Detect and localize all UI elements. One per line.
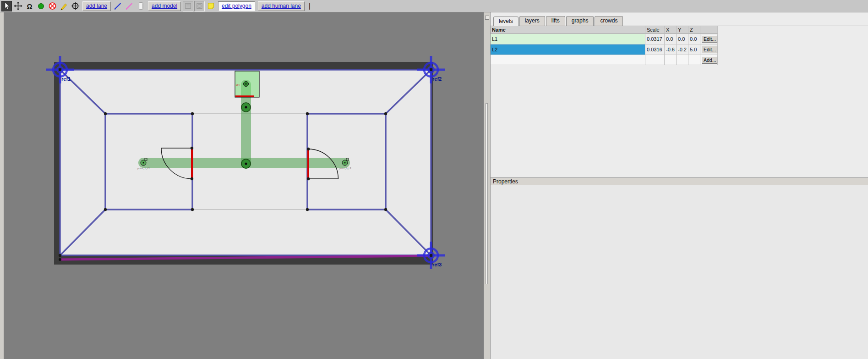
column-header-name[interactable]: Name [491, 26, 645, 34]
add-level-button[interactable]: Add... [702, 56, 717, 64]
ref3-label: ref3 [432, 262, 442, 267]
level-row-x[interactable]: -0.6 [665, 44, 677, 55]
ref2-label: ref2 [432, 76, 442, 82]
tab-bar: levels layers lifts graphs crowds [491, 12, 868, 26]
level-row-x[interactable]: 0.0 [665, 34, 677, 44]
empty-cell [677, 55, 688, 65]
level-row-z[interactable]: 0.0 [688, 34, 700, 44]
green-dot-icon [38, 3, 44, 9]
splitter-grip-icon[interactable] [485, 16, 489, 20]
edit-polygon-button[interactable]: edit polygon [218, 1, 255, 11]
column-header-y[interactable]: Y [677, 26, 688, 34]
measurement-pen-tool-button[interactable] [124, 1, 135, 11]
disabled-tool-a-button[interactable] [183, 1, 193, 11]
level-row-z[interactable]: 5.0 [688, 44, 700, 55]
empty-cell [688, 55, 700, 65]
level-row-name[interactable]: L1 [491, 34, 645, 44]
yellow-pencil-icon [59, 1, 69, 11]
floor-polygon-tool-button[interactable] [136, 1, 146, 11]
column-header-actions [700, 26, 718, 34]
traffic-editor-window: Ω add lane [0, 0, 868, 359]
add-model-button[interactable]: add model [148, 1, 181, 11]
splitter-handle[interactable] [486, 103, 488, 284]
tab-crowds[interactable]: crowds [595, 16, 623, 26]
toolbar: Ω add lane [0, 0, 868, 12]
crosshair-icon [71, 1, 80, 11]
empty-cell [665, 55, 677, 65]
disabled-page-icon [183, 1, 193, 11]
level-row-name[interactable]: L2 [491, 44, 645, 55]
edit-level-button[interactable]: Edit... [702, 35, 717, 43]
map-canvas[interactable]: point_1_L2 point_0_L2 lift1 [0, 12, 484, 359]
tab-lifts[interactable]: lifts [546, 16, 565, 26]
tab-layers[interactable]: layers [519, 16, 545, 26]
level-row-y[interactable]: 0.0 [677, 34, 688, 44]
side-panel: levels layers lifts graphs crowds Name S… [490, 12, 868, 359]
blue-pen-icon [113, 1, 123, 11]
note-tool-button[interactable] [206, 1, 216, 11]
edit-level-button[interactable]: Edit... [702, 46, 717, 53]
empty-cell [645, 55, 665, 65]
vertex-label: point_0_L2 [339, 167, 351, 170]
measure-tool-button[interactable] [59, 1, 69, 11]
omega-icon: Ω [27, 3, 32, 10]
delete-tool-button[interactable] [47, 1, 58, 11]
properties-body [491, 185, 868, 359]
pink-pen-icon [125, 1, 134, 11]
level-row-actions: Edit... [700, 34, 718, 44]
move-tool-button[interactable] [13, 1, 23, 11]
level-row-y[interactable]: -0.2 [677, 44, 688, 55]
column-header-scale[interactable]: Scale [645, 26, 665, 34]
wall-pen-tool-button[interactable] [113, 1, 123, 11]
level-row-scale[interactable]: 0.0317 [645, 34, 665, 44]
column-header-x[interactable]: X [665, 26, 677, 34]
level-row-actions: Edit... [700, 44, 718, 55]
disabled-tool-b-button[interactable] [194, 1, 205, 11]
add-fiducial-tool-button[interactable] [70, 1, 81, 11]
move-icon [13, 1, 23, 11]
lift[interactable]: lift1 [235, 71, 259, 97]
tab-levels[interactable]: levels [493, 17, 519, 26]
tab-graphs[interactable]: graphs [566, 16, 594, 26]
vertex-label: point_1_L2 [137, 167, 150, 170]
pointer-icon [2, 1, 11, 11]
disabled-rotate-icon [195, 1, 204, 11]
main-area: point_1_L2 point_0_L2 lift1 [0, 12, 868, 359]
rotate-tool-button[interactable]: Ω [24, 1, 35, 11]
ref1-label: ref1 [61, 76, 71, 82]
levels-table-viewport: Name Scale X Y Z L1 0.0317 0.0 0.0 0.0 E… [491, 26, 868, 177]
add-lane-button[interactable]: add lane [82, 1, 111, 11]
no-entry-icon [48, 1, 57, 11]
properties-header: Properties [491, 177, 868, 185]
empty-cell [491, 55, 645, 65]
levels-table: Name Scale X Y Z L1 0.0317 0.0 0.0 0.0 E… [491, 26, 868, 65]
add-cell: Add... [700, 55, 718, 65]
splitter[interactable] [484, 12, 490, 359]
lift-label: lift1 [236, 84, 240, 87]
text-cursor: | [309, 2, 311, 10]
column-header-z[interactable]: Z [688, 26, 700, 34]
map-svg: point_1_L2 point_0_L2 lift1 [4, 12, 484, 359]
yellow-note-icon [206, 1, 216, 11]
add-human-lane-button[interactable]: add human lane [258, 1, 305, 11]
add-vertex-tool-button[interactable] [36, 1, 46, 11]
level-row-scale[interactable]: 0.0316 [645, 44, 665, 55]
blank-page-icon [136, 1, 146, 11]
pointer-tool-button[interactable] [1, 1, 12, 11]
